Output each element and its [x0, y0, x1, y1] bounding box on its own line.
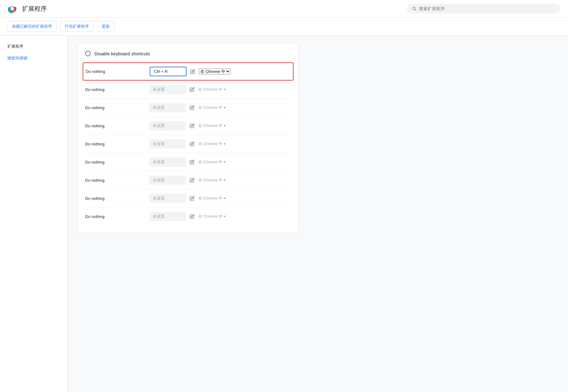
scope-wrapper: 在 Chrome 中 — [199, 69, 248, 74]
header: 扩展程序 — [0, 0, 568, 18]
scope-wrapper: 在 Chrome 中▾ — [198, 214, 247, 219]
shortcut-key-box: 未设置 — [149, 194, 186, 203]
sidebar-item-extensions[interactable]: 扩展程序 — [0, 41, 67, 52]
shortcut-label: Do nothing — [85, 160, 147, 164]
scope-wrapper: 在 Chrome 中▾ — [198, 177, 247, 183]
shortcut-row: Do nothing未设置在 Chrome 中▾ — [85, 189, 291, 208]
shortcuts-card-title: Disable keyboard shortcuts — [94, 51, 150, 56]
edit-shortcut-button[interactable] — [188, 86, 196, 93]
shortcut-key-box[interactable]: Ctrl + R — [150, 67, 187, 76]
chevron-down-icon: ▾ — [224, 124, 226, 128]
shortcut-key-box: 未设置 — [149, 212, 186, 221]
scope-text: 在 Chrome 中 — [198, 141, 223, 147]
layout: 扩展程序 键盘快捷键 Disable keyboard shortcuts Do… — [0, 36, 568, 392]
load-unpacked-button[interactable]: 加载已解压的扩展程序 — [7, 21, 57, 32]
scope-text: 在 Chrome 中 — [198, 177, 223, 183]
page-title: 扩展程序 — [22, 5, 47, 13]
chevron-down-icon: ▾ — [224, 160, 226, 164]
shortcut-label: Do nothing — [85, 124, 147, 128]
chevron-down-icon: ▾ — [224, 87, 226, 92]
edit-shortcut-button[interactable] — [188, 158, 196, 166]
edit-shortcut-button[interactable] — [188, 176, 196, 184]
shortcut-row: Do nothing未设置在 Chrome 中▾ — [85, 171, 291, 189]
shortcut-row: Do nothing未设置在 Chrome 中▾ — [85, 153, 291, 171]
chevron-down-icon: ▾ — [224, 142, 226, 146]
scope-text: 在 Chrome 中 — [198, 214, 223, 219]
scope-select[interactable]: 在 Chrome 中 — [199, 69, 231, 74]
main-content: Disable keyboard shortcuts Do nothingCtr… — [68, 36, 568, 392]
shortcut-key-box: 未设置 — [149, 85, 186, 94]
edit-shortcut-button[interactable] — [188, 122, 196, 129]
shortcut-label: Do nothing — [86, 69, 147, 74]
chrome-logo — [7, 4, 17, 14]
scope-wrapper: 在 Chrome 中▾ — [198, 141, 247, 147]
shortcut-row: Do nothing未设置在 Chrome 中▾ — [85, 208, 291, 225]
shortcut-key-box: 未设置 — [149, 121, 186, 130]
scope-text: 在 Chrome 中 — [198, 105, 223, 110]
edit-shortcut-button[interactable] — [188, 104, 196, 111]
search-icon — [412, 6, 416, 11]
chevron-down-icon: ▾ — [224, 196, 226, 200]
shortcut-label: Do nothing — [85, 87, 147, 92]
sidebar: 扩展程序 键盘快捷键 — [0, 36, 68, 392]
shortcut-rows: Do nothingCtrl + R在 Chrome 中Do nothing未设… — [85, 62, 291, 225]
svg-point-2 — [11, 7, 14, 10]
toolbar: 加载已解压的扩展程序 打包扩展程序 更新 — [0, 18, 568, 36]
shortcut-key-box: 未设置 — [149, 157, 186, 167]
shortcut-row: Do nothing未设置在 Chrome 中▾ — [85, 135, 291, 153]
chevron-down-icon: ▾ — [224, 105, 226, 110]
sidebar-item-keyboard-shortcuts[interactable]: 键盘快捷键 — [0, 52, 67, 64]
shortcut-key-box: 未设置 — [149, 176, 186, 185]
shortcut-row: Do nothing未设置在 Chrome 中▾ — [85, 81, 291, 99]
edit-shortcut-button[interactable] — [188, 213, 196, 220]
disable-radio[interactable] — [85, 51, 91, 56]
scope-wrapper: 在 Chrome 中▾ — [198, 196, 247, 201]
shortcut-row: Do nothingCtrl + R在 Chrome 中 — [83, 62, 294, 81]
svg-point-3 — [413, 7, 416, 10]
chevron-down-icon: ▾ — [224, 214, 226, 219]
scope-text: 在 Chrome 中 — [198, 123, 223, 129]
scope-text: 在 Chrome 中 — [198, 87, 223, 92]
shortcuts-header: Disable keyboard shortcuts — [85, 51, 291, 56]
shortcut-label: Do nothing — [85, 178, 147, 183]
edit-shortcut-button[interactable] — [188, 140, 196, 148]
scope-wrapper: 在 Chrome 中▾ — [198, 87, 247, 92]
shortcut-label: Do nothing — [85, 196, 147, 201]
scope-wrapper: 在 Chrome 中▾ — [198, 123, 247, 129]
search-bar — [407, 4, 561, 14]
shortcut-key-box: 未设置 — [149, 139, 186, 148]
shortcut-row: Do nothing未设置在 Chrome 中▾ — [85, 99, 291, 117]
scope-wrapper: 在 Chrome 中▾ — [198, 105, 247, 110]
scope-wrapper: 在 Chrome 中▾ — [198, 159, 247, 165]
scope-text: 在 Chrome 中 — [198, 196, 223, 201]
pack-extension-button[interactable]: 打包扩展程序 — [60, 21, 93, 32]
edit-shortcut-button[interactable] — [188, 195, 196, 202]
shortcut-label: Do nothing — [85, 214, 147, 219]
shortcuts-card: Disable keyboard shortcuts Do nothingCtr… — [77, 43, 299, 233]
search-input[interactable] — [419, 6, 556, 11]
chevron-down-icon: ▾ — [224, 178, 226, 182]
shortcut-label: Do nothing — [85, 105, 147, 110]
shortcut-key-box: 未设置 — [149, 103, 186, 112]
update-button[interactable]: 更新 — [97, 21, 114, 32]
edit-shortcut-button[interactable] — [189, 68, 196, 75]
shortcut-row: Do nothing未设置在 Chrome 中▾ — [85, 117, 291, 135]
scope-text: 在 Chrome 中 — [198, 159, 223, 165]
svg-line-4 — [415, 10, 416, 10]
shortcut-label: Do nothing — [85, 142, 147, 146]
